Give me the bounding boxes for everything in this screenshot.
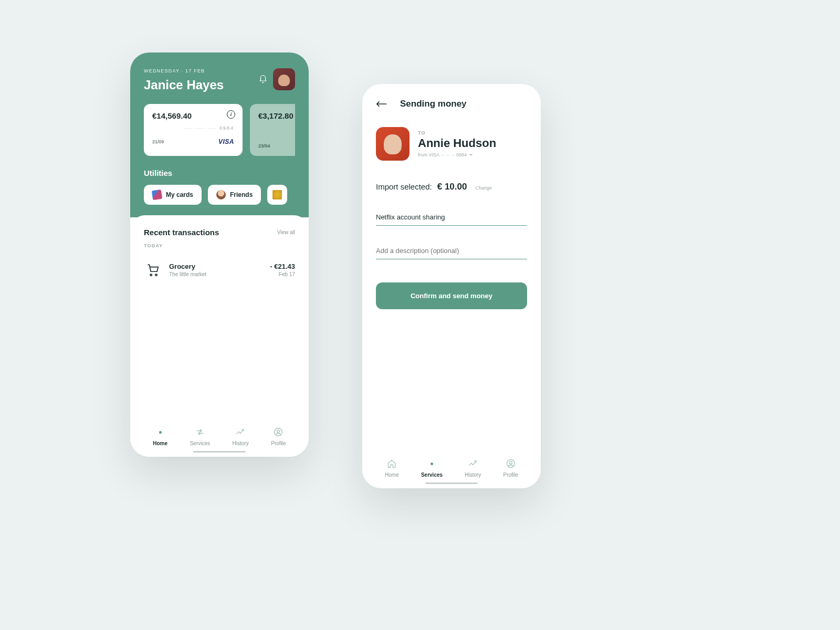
back-icon[interactable] [376,100,387,108]
card-primary[interactable]: €14,569.40 i ···· ···· ···· 0984 21/09 V… [144,104,243,156]
nav-profile[interactable]: Profile [503,458,518,478]
chart-icon [235,427,246,437]
page-title: Sending money [400,99,467,109]
chip-more[interactable] [267,185,287,205]
nav-home[interactable]: Home [385,458,399,478]
home-screen: WEDNESDAY · 17 FEB Janice Hayes €14,569.… [130,52,309,457]
nav-label: Services [421,472,443,478]
transaction-row[interactable]: Grocery The little market - €21.43 Feb 1… [144,258,295,282]
import-label: Import selected: [376,182,432,191]
scale-icon [272,190,282,200]
nav-label: Services [190,440,210,446]
day-label: TODAY [144,243,295,248]
card-masked-number: ···· ···· ···· 0984 [152,125,234,131]
home-indicator [193,451,246,453]
card-expiry: 21/09 [152,139,164,144]
nav-label: Profile [503,472,518,478]
from-card-selector[interactable]: from VISA ··· ··· ··· 0984 [418,152,527,158]
import-amount: € 10.00 [437,182,467,192]
nav-label: Profile [271,440,286,446]
chip-label: Friends [230,191,253,198]
avatar[interactable] [273,68,295,90]
card-balance: €14,569.40 [152,111,234,120]
user-name: Janice Hayes [144,78,224,92]
utilities-heading: Utilities [144,169,295,177]
nav-label: History [465,472,481,478]
tx-subtitle: The little market [169,271,262,277]
tx-amount: - €21.43 [270,262,295,270]
header: WEDNESDAY · 17 FEB Janice Hayes €14,569.… [130,52,309,217]
svg-point-3 [277,430,280,433]
recent-transactions: Recent transactions View all TODAY Groce… [130,215,309,289]
recipient-avatar[interactable] [376,127,410,161]
cards-icon [152,190,162,200]
date-label: WEDNESDAY · 17 FEB [144,68,224,74]
card-brand: VISA [218,138,234,145]
amount-row: Import selected: € 10.00 Change [376,182,527,192]
svg-point-5 [509,461,512,464]
profile-icon [273,427,284,437]
transfer-icon [195,427,205,437]
card-secondary[interactable]: €3,172.80 23/04 [250,104,295,156]
confirm-send-button[interactable]: Confirm and send money [376,282,527,309]
nav-history[interactable]: History [465,458,481,478]
chip-label: My cards [166,191,193,198]
card-balance: €3,172.80 [258,111,295,120]
recent-title: Recent transactions [144,228,219,237]
nav-dot-icon [155,427,165,437]
nav-dot-icon [427,458,437,469]
nav-home[interactable]: Home [153,427,167,446]
chip-friends[interactable]: Friends [208,185,261,205]
home-icon [386,458,397,469]
chart-icon [468,458,478,469]
tx-name: Grocery [169,262,262,270]
recipient-name: Annie Hudson [418,136,527,150]
nav-services[interactable]: Services [190,427,210,446]
chip-my-cards[interactable]: My cards [144,185,202,205]
cards-carousel[interactable]: €14,569.40 i ···· ···· ···· 0984 21/09 V… [144,104,295,156]
recipient-block: TO Annie Hudson from VISA ··· ··· ··· 09… [376,127,527,161]
to-label: TO [418,130,527,135]
nav-history[interactable]: History [233,427,249,446]
from-line-text: from VISA ··· ··· ··· 0984 [418,152,467,158]
nav-label: Home [153,440,167,446]
description-input[interactable] [376,243,527,259]
nav-label: History [233,440,249,446]
profile-icon [506,458,516,469]
chevron-down-icon [469,153,473,157]
utilities-chips[interactable]: My cards Friends [144,185,295,205]
nav-label: Home [385,472,399,478]
note-input[interactable] [376,209,527,226]
card-expiry: 23/04 [258,143,270,149]
home-indicator [425,482,478,484]
svg-point-0 [150,274,152,276]
bell-icon[interactable] [258,75,268,84]
svg-point-1 [155,274,157,276]
tx-date: Feb 17 [270,271,295,277]
friend-icon [216,190,226,200]
send-money-screen: Sending money TO Annie Hudson from VISA … [362,84,541,488]
cart-icon [144,261,162,279]
change-amount-link[interactable]: Change [475,185,492,191]
nav-services[interactable]: Services [421,458,443,478]
info-icon[interactable]: i [227,110,235,119]
nav-profile[interactable]: Profile [271,427,286,446]
view-all-link[interactable]: View all [277,229,295,235]
